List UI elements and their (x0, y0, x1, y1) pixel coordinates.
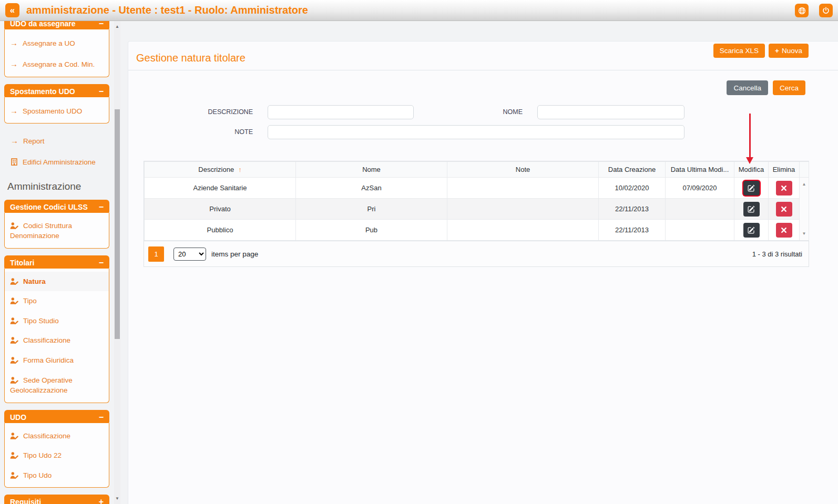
logout-button[interactable] (819, 4, 833, 17)
sidebar-collapse-button[interactable]: « (5, 3, 19, 17)
sidebar-item-tipo-studio[interactable]: Tipo Studio (5, 311, 109, 331)
scroll-up-icon[interactable]: ▲ (114, 24, 120, 29)
sidebar-item-label: Report (23, 137, 45, 145)
note-label: NOTE (128, 125, 253, 139)
sidebar-item-classificazione[interactable]: Classificazione (5, 426, 109, 446)
sidebar-item-assegnare-a-cod-min[interactable]: →Assegnare a Cod. Min. (5, 54, 109, 75)
sidebar-section-titolari[interactable]: Titolari− (4, 255, 109, 270)
cell-note (447, 220, 599, 241)
chevrons-left-icon: « (10, 5, 15, 15)
arrow-icon: → (10, 106, 18, 115)
sidebar-item-codici-struttura-denominazione[interactable]: Codici Struttura Denominazione (5, 216, 109, 246)
cell-data_creazione: 22/11/2013 (599, 220, 666, 241)
nuova-button[interactable]: +Nuova (769, 44, 809, 58)
sidebar-section-gestione-codici-ulss[interactable]: Gestione Codici ULSS− (4, 200, 109, 214)
section-title: UDO (10, 413, 26, 421)
items-per-page-label: items per page (211, 250, 258, 258)
sidebar-item-sede-operative-geolocalizzazione[interactable]: Sede Operative Geolocalizzazione (5, 371, 109, 400)
sidebar-item-tipo[interactable]: Tipo (5, 291, 109, 311)
column-header-elimina[interactable]: Elimina (769, 162, 800, 178)
user-edit-icon (10, 337, 18, 344)
user-edit-icon (10, 433, 18, 439)
column-header-modifica[interactable]: Modifica (734, 162, 769, 178)
main-content: Gestione natura titolare Scarica XLS +Nu… (121, 21, 838, 504)
note-input[interactable] (268, 125, 684, 139)
user-edit-icon (10, 377, 18, 384)
table-row: PrivatoPri22/11/2013 (145, 199, 809, 220)
scarica-xls-button[interactable]: Scarica XLS (713, 44, 765, 58)
collapse-icon[interactable]: − (99, 21, 104, 28)
sidebar-scrollbar-thumb[interactable] (115, 109, 120, 339)
cell-note (447, 178, 599, 199)
collapse-icon[interactable]: − (99, 202, 104, 212)
sidebar-item-edifici-amministrazione[interactable]: Edifici Amministrazione (4, 152, 109, 172)
power-icon (822, 7, 830, 14)
cell-elimina (769, 199, 800, 220)
x-icon (781, 227, 787, 233)
delete-row-button[interactable] (776, 202, 792, 217)
annotation-arrow (749, 114, 751, 157)
sidebar-item-label: Assegnare a Cod. Min. (23, 60, 95, 68)
section-title: Gestione Codici ULSS (10, 203, 88, 211)
edit-row-button[interactable] (743, 202, 760, 217)
sidebar-item-tipo-udo-22[interactable]: Tipo Udo 22 (5, 446, 109, 466)
arrow-icon: → (11, 136, 18, 145)
cell-descrizione: Privato (145, 199, 296, 220)
nome-input[interactable] (537, 105, 684, 119)
user-edit-icon (10, 452, 18, 459)
pagination-bar: 1 20 items per page 1 - 3 di 3 risultati (144, 241, 809, 266)
user-edit-icon (10, 317, 18, 324)
descrizione-label: DESCRIZIONE (128, 105, 253, 119)
sidebar-item-forma-giuridica[interactable]: Forma Giuridica (5, 351, 109, 371)
window-title: amministrazione - Utente : test1 - Ruolo… (26, 4, 308, 16)
table-scrollbar[interactable]: ▲ ▼ (799, 178, 809, 240)
sidebar-item-report[interactable]: →Report (4, 130, 109, 151)
cell-nome: AzSan (296, 178, 447, 199)
sidebar-section-spostamento-udo[interactable]: Spostamento UDO− (4, 84, 109, 99)
sidebar-section-requisiti[interactable]: Requisiti+ (4, 495, 109, 504)
collapse-icon[interactable]: − (99, 87, 104, 96)
edit-icon (748, 205, 755, 213)
column-header-descrizione[interactable]: Descrizione↑ (145, 162, 296, 178)
cancella-button[interactable]: Cancella (727, 80, 768, 95)
table-header-row: Descrizione↑NomeNoteData CreazioneData U… (145, 162, 809, 178)
column-header-data-creazione[interactable]: Data Creazione (599, 162, 666, 178)
sidebar-item-classificazione[interactable]: Classificazione (5, 331, 109, 351)
scroll-down-icon[interactable]: ▼ (800, 231, 809, 236)
sidebar-scrollbar[interactable]: ▲ ▼ (114, 21, 120, 504)
cell-modifica (734, 178, 769, 199)
scroll-down-icon[interactable]: ▼ (114, 496, 120, 501)
expand-icon[interactable]: + (99, 497, 104, 504)
column-header-data-ultima-modi[interactable]: Data Ultima Modi... (666, 162, 734, 178)
cerca-button[interactable]: Cerca (773, 80, 805, 95)
sidebar-item-spostamento-udo[interactable]: →Spostamento UDO (5, 100, 109, 121)
user-edit-icon (10, 357, 18, 364)
section-title: Requisiti (10, 498, 41, 504)
plus-icon: + (775, 47, 779, 55)
sort-asc-icon: ↑ (238, 166, 242, 173)
sidebar-item-tipo-udo[interactable]: Tipo Udo (5, 466, 109, 486)
sidebar-item-label: Forma Giuridica (23, 356, 74, 364)
column-header-nome[interactable]: Nome (296, 162, 447, 178)
column-label: Data Creazione (608, 166, 656, 173)
edit-row-button[interactable] (743, 181, 760, 196)
items-per-page-select[interactable]: 20 (173, 248, 206, 261)
edit-icon (748, 184, 755, 192)
delete-row-button[interactable] (776, 223, 792, 238)
user-edit-icon (10, 278, 18, 285)
edit-row-button[interactable] (743, 223, 760, 238)
scroll-up-icon[interactable]: ▲ (800, 182, 809, 187)
sidebar-item-assegnare-a-uo[interactable]: →Assegnare a UO (5, 33, 109, 54)
cell-data_ultima_modifica: 07/09/2020 (666, 178, 734, 199)
page-1-button[interactable]: 1 (148, 246, 164, 262)
content-panel: Gestione natura titolare Scarica XLS +Nu… (128, 41, 838, 504)
sidebar-item-natura[interactable]: Natura (5, 272, 109, 292)
collapse-icon[interactable]: − (99, 258, 104, 268)
collapse-icon[interactable]: − (99, 413, 104, 422)
sidebar-section-udo[interactable]: UDO− (4, 410, 109, 425)
column-header-note[interactable]: Note (447, 162, 599, 178)
language-button[interactable] (795, 4, 809, 17)
delete-row-button[interactable] (776, 181, 792, 196)
cell-elimina (769, 220, 800, 241)
table-row: Aziende SanitarieAzSan10/02/202007/09/20… (145, 178, 809, 199)
